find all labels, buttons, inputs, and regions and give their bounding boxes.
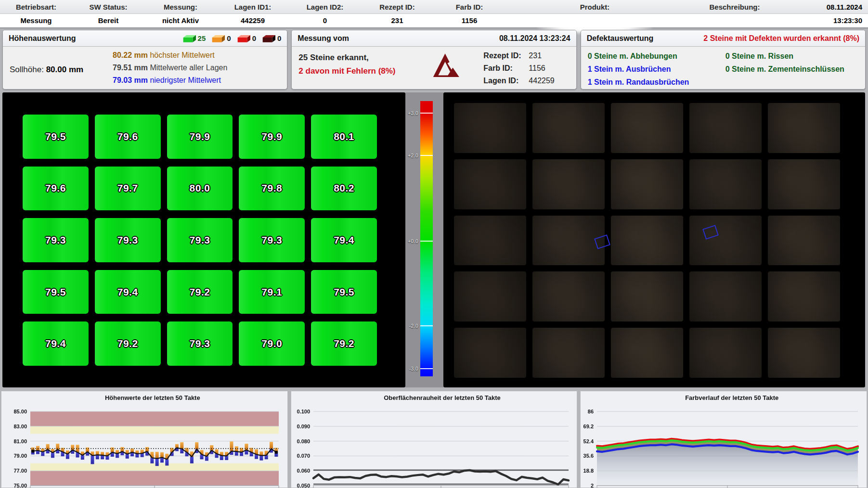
company-logo-icon — [432, 51, 462, 82]
field-label-3: Lagen ID1: — [217, 3, 289, 11]
camera-stone — [454, 328, 526, 378]
field-value-5: 231 — [361, 16, 433, 25]
stat-line: 80.22 mm höchster Mittelwert — [113, 49, 227, 62]
field-value-1: Bereit — [72, 16, 144, 25]
green-brick-icon — [182, 34, 196, 43]
camera-stone — [611, 159, 683, 209]
camera-stone — [532, 103, 605, 153]
color-scale-bar — [420, 101, 433, 376]
scale-tick-label: +0.0 — [408, 238, 418, 244]
farbverlauf-chart — [581, 391, 867, 488]
scale-tick-label: -3.0 — [409, 366, 418, 371]
stone-cell: 80.2 — [311, 167, 377, 211]
camera-stone — [611, 103, 683, 153]
field-label-7: Produkt: — [505, 3, 684, 11]
defect-count-line: 0 Steine m. Rissen — [725, 50, 844, 63]
scale-tick — [420, 325, 433, 326]
stone-cell: 79.5 — [23, 270, 89, 314]
stone-cell: 79.4 — [23, 321, 89, 366]
stone-height-value: 79.5 — [334, 286, 354, 298]
field-label-2: Messung: — [144, 3, 217, 11]
defect-count-line: 0 Steine m. Zementeinschlüssen — [725, 63, 844, 76]
sollhoehe: Sollhöhe: 80.00 mm — [10, 65, 83, 75]
stone-cell: 79.9 — [167, 115, 233, 159]
measurement-views: 79.579.679.979.980.179.679.780.079.880.2… — [0, 92, 868, 387]
stone-height-value: 79.1 — [261, 286, 282, 298]
field-value-0: Messung — [0, 16, 72, 25]
stone-cell: 79.6 — [23, 167, 89, 211]
messung-vom-panel: Messung vom 08.11.2024 13:23:24 25 Stein… — [291, 30, 576, 90]
id-row: Farb ID:1156 — [483, 62, 554, 75]
legend-orange-brick: 0 — [211, 34, 231, 43]
stone-cell: 79.7 — [95, 167, 161, 211]
stone-cell: 79.3 — [239, 218, 305, 262]
status-bar-labels: Betriebsart:SW Status:Messung:Lagen ID1:… — [0, 0, 868, 14]
defect-count-line: 1 Stein m. Ausbrüchen — [588, 63, 689, 76]
stone-cell: 79.6 — [95, 115, 161, 159]
camera-stone — [689, 103, 762, 153]
scale-tick — [420, 155, 433, 156]
stone-cell: 79.3 — [167, 321, 233, 366]
date-display: 08.11.2024 — [785, 3, 868, 11]
field-label-6: Farb ID: — [433, 3, 505, 11]
defect-count-line: 1 Stein m. Randausbrüchen — [588, 76, 689, 89]
camera-stone — [532, 271, 605, 321]
fehler-line: 2 davon mit Fehlern (8%) — [298, 64, 395, 78]
stone-height-value: 79.9 — [190, 131, 210, 142]
farbverlauf-chart-title: Farbverlauf der letzten 50 Takte — [581, 394, 867, 401]
stone-height-value: 79.4 — [334, 234, 354, 246]
stone-cell: 79.2 — [95, 321, 161, 366]
stone-height-value: 79.3 — [190, 338, 210, 349]
field-value-6: 1156 — [433, 16, 505, 25]
legend-count: 0 — [277, 34, 281, 42]
hoehenwerte-chart-title: Höhenwerte der letzten 50 Takte — [1, 394, 287, 401]
scale-tick — [420, 368, 433, 369]
camera-stone — [768, 216, 840, 266]
camera-stone — [768, 103, 840, 153]
stone-cell: 79.4 — [311, 218, 377, 262]
stone-height-value: 79.3 — [261, 234, 282, 246]
camera-view — [443, 92, 865, 387]
stone-cell: 79.9 — [239, 115, 305, 159]
stone-grid: 79.579.679.979.980.179.679.780.079.880.2… — [23, 115, 377, 366]
stone-height-value: 79.6 — [45, 182, 66, 194]
field-label-8: Beschreibung: — [684, 3, 785, 11]
rauheit-chart-title: Oberflächenrauheit der letzten 50 Takte — [291, 394, 577, 401]
field-label-0: Betriebsart: — [0, 3, 72, 11]
measurement-ids: Rezept ID:231Farb ID:1156Lagen ID:442259 — [483, 50, 554, 87]
scale-tick-label: -2.0 — [409, 323, 418, 329]
legend-count: 0 — [227, 34, 231, 42]
camera-stone — [768, 271, 840, 321]
stone-height-value: 79.2 — [334, 338, 354, 349]
legend-count: 0 — [252, 34, 256, 42]
field-label-1: SW Status: — [72, 3, 144, 11]
stone-cell: 79.4 — [95, 270, 161, 314]
field-label-5: Rezept ID: — [361, 3, 433, 11]
stone-height-value: 79.3 — [117, 234, 138, 246]
camera-stone-grid — [454, 103, 840, 378]
stone-cell: 79.2 — [167, 270, 233, 314]
camera-stone — [454, 103, 526, 153]
stone-cell: 79.2 — [311, 321, 377, 366]
stone-height-value: 79.6 — [117, 131, 138, 142]
stone-cell: 80.0 — [167, 167, 233, 211]
stat-line: 79.03 mm niedrigster Mittelwert — [113, 74, 227, 87]
field-value-2: nicht Aktiv — [144, 16, 217, 25]
camera-stone — [454, 216, 526, 266]
field-value-4: 0 — [289, 16, 361, 25]
camera-stone — [532, 216, 605, 266]
stone-cell: 80.1 — [311, 115, 377, 159]
hoehenauswertung-panel: Höhenauswertung 25 0 0 0 Sollhöhe: 80.00… — [2, 30, 287, 90]
stone-height-value: 79.8 — [261, 182, 282, 194]
hoehenwerte-chart — [1, 391, 287, 488]
stone-height-value: 80.0 — [190, 182, 210, 194]
stone-height-value: 79.9 — [261, 131, 282, 142]
color-scale: +3.0+2.0+0.0-2.0-3.0 — [405, 92, 443, 387]
field-value-3: 442259 — [217, 16, 289, 25]
rauheit-chart — [291, 391, 577, 488]
status-bar: Betriebsart:SW Status:Messung:Lagen ID1:… — [0, 0, 868, 28]
stone-height-value: 79.2 — [190, 286, 210, 298]
time-display: 13:23:30 — [785, 16, 868, 25]
camera-stone — [611, 328, 683, 378]
camera-stone — [768, 159, 840, 209]
